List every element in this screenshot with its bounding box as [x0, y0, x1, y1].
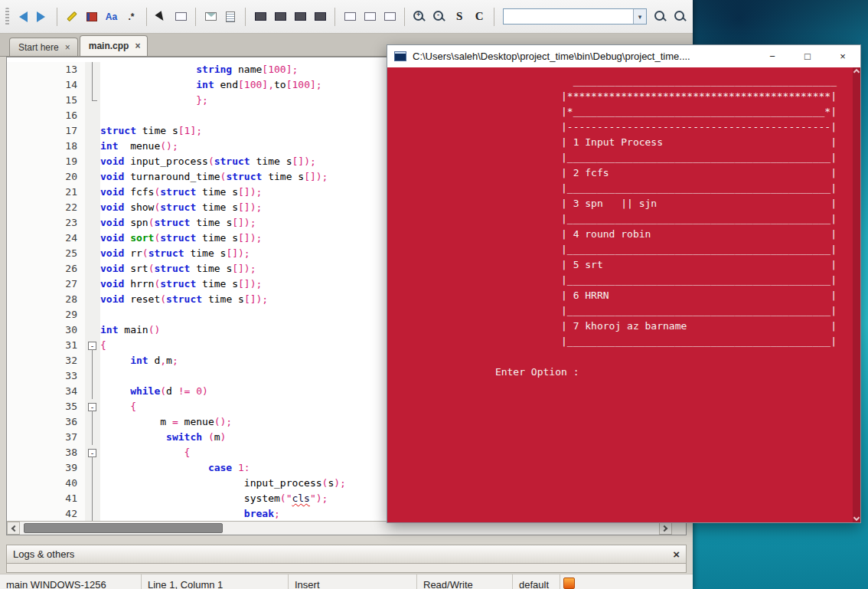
line-number: 14 [7, 77, 85, 93]
console-line: | 1 Input Process | [387, 135, 860, 150]
toolbar-separator [195, 8, 196, 26]
toolbar-separator [404, 8, 405, 26]
line-number: 39 [7, 460, 85, 476]
tab-close-icon[interactable]: × [65, 43, 70, 52]
line-number: 15 [7, 93, 85, 108]
fold-margin [85, 292, 100, 307]
toolbar-items: Aa.*+-SC▾ [3, 7, 690, 27]
line-number: 38 [7, 445, 85, 460]
forward-arrow-icon[interactable] [33, 7, 51, 27]
maximize-button[interactable]: □ [790, 45, 825, 67]
line-number: 35 [7, 399, 85, 414]
block-tool-icon-2[interactable] [271, 7, 289, 27]
page-icon[interactable] [221, 7, 240, 27]
fold-margin [85, 231, 100, 246]
block-tool-icon-2 [275, 12, 286, 21]
pointer-select-icon[interactable] [152, 7, 170, 27]
line-number: 41 [7, 491, 85, 506]
symbol-c-icon[interactable]: C [470, 7, 488, 27]
fold-collapse-icon[interactable]: - [88, 342, 96, 350]
line-number: 42 [7, 506, 85, 521]
console-line: |_______________________________________… [387, 211, 860, 227]
outline-tool-icon-1[interactable] [341, 7, 359, 27]
scroll-down-icon[interactable] [853, 515, 860, 521]
block-tool-icon-1[interactable] [251, 7, 269, 27]
envelope-icon[interactable] [201, 7, 220, 27]
fold-margin [85, 246, 100, 261]
console-line: Enter Option : [387, 365, 860, 380]
book-icon[interactable] [83, 7, 101, 27]
line-number: 18 [7, 139, 85, 154]
scroll-up-icon[interactable] [853, 69, 860, 75]
fold-box-marker[interactable]: - [85, 399, 100, 414]
tab-main-cpp[interactable]: main.cpp × [80, 35, 148, 56]
console-line: ________________________________________… [387, 74, 860, 89]
console-titlebar[interactable]: C:\Users\saleh\Desktop\project_time\bin\… [387, 45, 860, 67]
fold-line-marker [85, 430, 100, 445]
line-number: 33 [7, 368, 85, 384]
scroll-right-button[interactable] [659, 522, 672, 535]
console-line: | 4 round robin | [387, 227, 860, 242]
regex-icon[interactable]: .* [122, 7, 141, 27]
block-tool-icon-4[interactable] [311, 7, 329, 27]
zoom-sign: - [435, 11, 442, 19]
close-icon[interactable]: × [673, 548, 680, 561]
line-number: 37 [7, 430, 85, 445]
font-case-icon: Aa [106, 11, 117, 22]
highlighter-icon[interactable] [63, 7, 81, 27]
zoom-in-icon[interactable]: + [410, 7, 429, 27]
frame-select-icon [175, 12, 187, 21]
fold-margin [85, 307, 100, 322]
line-number: 22 [7, 200, 85, 215]
line-number: 27 [7, 277, 85, 292]
line-number: 32 [7, 353, 85, 368]
toolbar-separator [334, 8, 335, 26]
line-number: 17 [7, 123, 85, 139]
line-number: 34 [7, 384, 85, 399]
toolbar-separator [245, 8, 246, 26]
page-icon [226, 11, 235, 22]
console-body[interactable]: ________________________________________… [387, 67, 860, 522]
outline-tool-icon-3[interactable] [380, 7, 399, 27]
fold-box-marker[interactable]: - [85, 338, 100, 353]
chevron-down-icon[interactable]: ▾ [633, 9, 646, 24]
line-number: 16 [7, 108, 85, 123]
statusbar-notify-icon[interactable] [563, 578, 575, 589]
search-icon[interactable] [651, 7, 670, 27]
zoom-out-icon[interactable]: - [430, 7, 449, 27]
logs-panel-caption[interactable]: Logs & others × [6, 545, 687, 564]
console-scrollbar[interactable] [853, 67, 860, 522]
tab-label: Start here [18, 42, 59, 53]
block-tool-icon-3[interactable] [291, 7, 309, 27]
fold-line-marker [85, 368, 100, 384]
fold-margin [85, 123, 100, 139]
fold-line-marker [85, 491, 100, 506]
close-button[interactable]: × [825, 45, 860, 67]
fold-margin [85, 139, 100, 154]
outline-tool-icon-2[interactable] [361, 7, 379, 27]
goto-search-icon [674, 10, 687, 24]
symbol-s-icon[interactable]: S [450, 7, 468, 27]
goto-search-icon[interactable] [671, 7, 690, 27]
fold-line-marker [85, 414, 100, 430]
line-number: 24 [7, 231, 85, 246]
fold-collapse-icon[interactable]: - [88, 403, 96, 411]
line-number: 30 [7, 322, 85, 338]
back-arrow-icon[interactable] [13, 7, 31, 27]
search-combobox-input[interactable] [504, 9, 633, 24]
block-tool-icon-1 [255, 12, 266, 21]
block-tool-icon-3 [295, 12, 306, 21]
minimize-button[interactable]: − [755, 45, 790, 67]
frame-select-icon[interactable] [171, 7, 190, 27]
fold-line-marker [85, 384, 100, 399]
statusbar-cell: main WINDOWS-1256 [0, 574, 142, 589]
fold-collapse-icon[interactable]: - [88, 449, 96, 457]
scroll-left-button[interactable] [7, 522, 20, 535]
fold-box-marker[interactable]: - [85, 445, 100, 460]
forward-arrow-icon [37, 11, 51, 22]
search-combobox[interactable]: ▾ [503, 8, 647, 25]
scrollbar-thumb[interactable] [24, 523, 223, 533]
font-case-icon[interactable]: Aa [103, 7, 121, 27]
tab-start-here[interactable]: Start here × [9, 38, 78, 56]
tab-close-icon[interactable]: × [135, 41, 140, 51]
